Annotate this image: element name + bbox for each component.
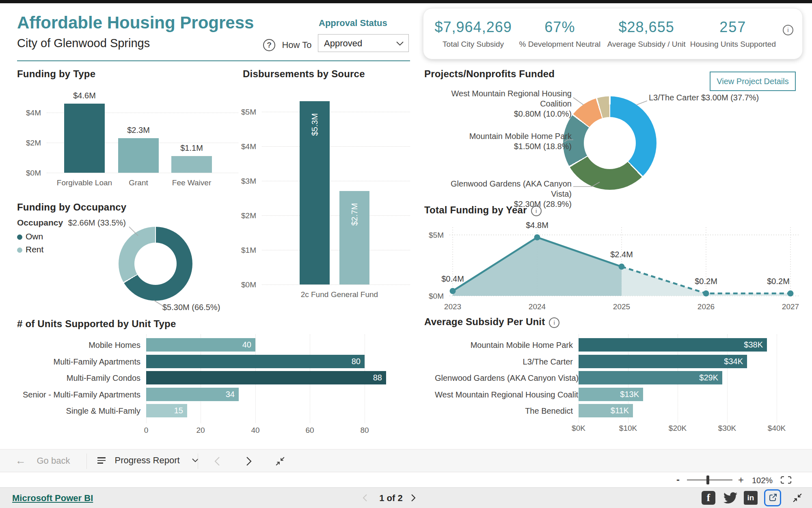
share-icon[interactable]	[764, 489, 781, 506]
projects-funded-chart: Projects/Nonprofits Funded View Project …	[422, 65, 802, 200]
bar[interactable]: $34K	[579, 355, 747, 368]
legend-label: Own	[26, 232, 43, 241]
category-label: L3/The Carter	[435, 357, 573, 367]
prev-page-chevron[interactable]	[214, 456, 220, 466]
donut-chart[interactable]	[119, 227, 192, 301]
info-icon[interactable]: i	[531, 206, 542, 216]
units-by-type-chart: # of Units Supported by Unit Type 020406…	[17, 315, 407, 439]
bar[interactable]: $2.7M	[339, 191, 369, 284]
category-label: Forgivable Loan	[54, 178, 115, 188]
bar-value-label: $13K	[620, 388, 639, 401]
bar[interactable]: $5.3M	[300, 101, 330, 284]
data-label: $0.2M	[686, 276, 726, 287]
info-icon[interactable]: i	[549, 317, 559, 328]
kpi-total-city-subsidy: $7,964,269 Total City Subsidy	[430, 19, 516, 49]
go-back-label: Go back	[37, 456, 70, 466]
report-page-name: Progress Report	[114, 455, 179, 465]
kpi-label: Housing Units Supported	[690, 40, 776, 49]
donut-callout-rent: $2.66M (33.5%)	[66, 218, 126, 228]
collapse-icon[interactable]	[793, 493, 802, 503]
twitter-icon[interactable]	[723, 491, 737, 505]
next-page-chevron[interactable]	[411, 494, 416, 502]
kpi-value: $28,655	[603, 19, 690, 36]
bar-value-label: 88	[373, 371, 382, 384]
approval-status-label: Approval Status	[319, 18, 387, 28]
bar[interactable]: $11K	[579, 404, 633, 417]
funding-by-occupancy-chart: Funding by Occupancy Occupancy Own Rent …	[17, 198, 253, 317]
chart-title: Total Funding by Yeari	[424, 204, 542, 216]
bar-value-label: $4.6M	[60, 91, 109, 101]
zoom-slider[interactable]	[687, 480, 732, 480]
x-axis-label: $10K	[612, 423, 644, 433]
x-axis-label: $20K	[661, 423, 694, 433]
zoom-out-button[interactable]: -	[676, 474, 680, 485]
category-label: The Benedict	[435, 406, 573, 416]
info-icon[interactable]: i	[783, 25, 793, 35]
zoom-in-button[interactable]: +	[738, 474, 744, 486]
chart-title: Funding by Occupancy	[17, 202, 126, 213]
bar[interactable]: $13K	[579, 388, 643, 401]
y-axis-label: $0M	[15, 168, 41, 178]
category-label: Mobile Homes	[19, 340, 140, 350]
bar[interactable]	[64, 104, 105, 173]
bar[interactable]: 15	[146, 404, 187, 417]
view-project-details-button[interactable]: View Project Details	[710, 72, 796, 91]
kpi-housing-units: 257 Housing Units Supported	[690, 19, 776, 49]
next-page-chevron[interactable]	[246, 456, 252, 466]
go-back-button[interactable]: ← Go back	[15, 454, 70, 467]
x-axis-label: 80	[348, 426, 381, 435]
category-label: Grant	[108, 178, 169, 188]
data-label: $0.4M	[432, 274, 473, 284]
bar[interactable]: 80	[146, 355, 365, 368]
bar[interactable]: 88	[146, 371, 386, 384]
powerbi-dashboard: Affordable Housing Progress City of Glen…	[0, 0, 812, 508]
prev-page-chevron[interactable]	[363, 494, 367, 502]
kpi-value: 257	[690, 19, 776, 36]
page-list-button[interactable]: Progress Report	[97, 455, 199, 466]
legend-item-own[interactable]: Own	[17, 232, 43, 241]
legend-item-rent[interactable]: Rent	[17, 245, 43, 254]
category-label: Single & Multi-Famly	[19, 406, 140, 416]
legend-swatch	[17, 247, 22, 253]
bar[interactable]: $38K	[579, 338, 767, 352]
bar-value-label: $38K	[744, 338, 763, 352]
powerbi-brand-link[interactable]: Microsoft Power BI	[12, 493, 93, 504]
y-axis-label: $2M	[15, 138, 41, 148]
y-axis-label: $0M	[423, 291, 444, 301]
x-axis-label: 60	[294, 426, 326, 435]
legend-label: Rent	[26, 245, 43, 254]
report-nav-bar: ← Go back Progress Report	[0, 449, 812, 472]
linkedin-icon[interactable]: in	[744, 491, 758, 505]
donut-hole	[134, 243, 177, 285]
bar-value-label: $34K	[724, 355, 743, 368]
chart-title: # of Units Supported by Unit Type	[17, 318, 176, 330]
chart-title: Disbursements by Source	[243, 68, 365, 80]
collapse-icon[interactable]	[275, 456, 285, 466]
bar[interactable]	[171, 156, 212, 173]
data-label: $2.4M	[601, 250, 642, 260]
bar[interactable]: 34	[146, 388, 239, 401]
bar[interactable]: $29K	[579, 371, 722, 384]
category-label: Multi-Family Apartments	[19, 357, 140, 367]
gridline	[262, 181, 410, 181]
x-axis-label: 20	[184, 426, 217, 435]
donut-chart[interactable]	[563, 96, 657, 190]
fit-to-page-icon[interactable]	[780, 476, 792, 484]
bar[interactable]	[118, 138, 159, 173]
category-label: Mountain Mobile Home Park	[435, 340, 573, 350]
approval-status-dropdown[interactable]: Approved	[318, 34, 409, 52]
donut-callout-own: $5.30M (66.5%)	[162, 302, 244, 313]
line-area-plot[interactable]	[449, 225, 802, 302]
how-to-button[interactable]: ? How To	[263, 39, 311, 51]
legend-swatch	[17, 234, 22, 240]
facebook-icon[interactable]: f	[702, 491, 715, 505]
category-label: General Fund	[330, 290, 379, 300]
gridline	[262, 146, 410, 147]
y-axis-label: $3M	[230, 176, 256, 186]
data-label: $4.8M	[517, 220, 557, 230]
bar-value-label: $2.3M	[114, 125, 163, 135]
x-axis-label: 40	[239, 426, 272, 435]
category-label: Senior - Multi-Family Apartments	[19, 390, 140, 400]
bar[interactable]: 40	[146, 338, 255, 352]
zoom-slider-handle[interactable]	[706, 475, 709, 484]
